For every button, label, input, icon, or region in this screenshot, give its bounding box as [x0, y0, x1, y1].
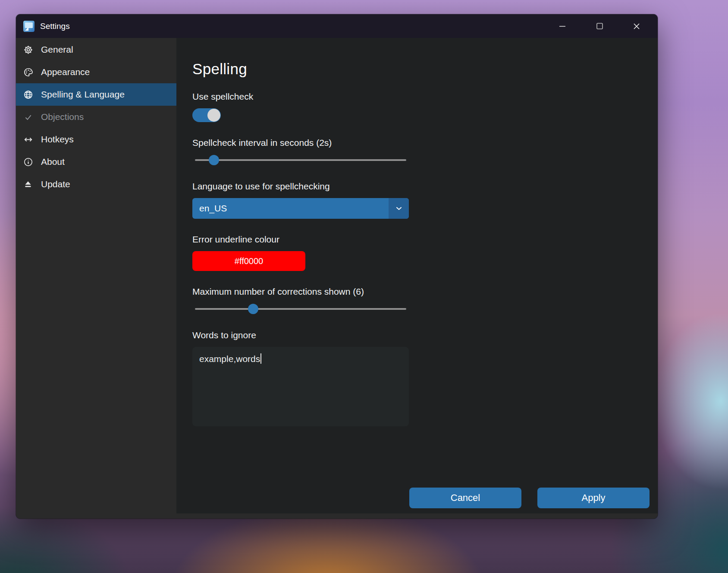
slider-thumb[interactable]: [248, 304, 258, 314]
words-to-ignore-label: Words to ignore: [192, 330, 658, 340]
cancel-button[interactable]: Cancel: [409, 488, 521, 508]
slider-track: [195, 308, 406, 310]
info-icon: [23, 157, 33, 167]
use-spellcheck-toggle[interactable]: [192, 108, 221, 122]
sidebar-item-label: Update: [41, 179, 70, 189]
sidebar-item-label: Appearance: [41, 67, 90, 77]
eject-icon: [23, 179, 33, 189]
sidebar: General Appearance: [16, 38, 176, 513]
slider-track: [195, 159, 406, 161]
sidebar-item-objections[interactable]: Objections: [16, 106, 176, 128]
max-corrections-label: Maximum number of corrections shown (6): [192, 286, 658, 297]
sidebar-item-label: About: [41, 157, 65, 167]
page-title: Spelling: [192, 60, 658, 78]
sidebar-item-label: Hotkeys: [41, 134, 74, 145]
error-underline-colour-button[interactable]: #ff0000: [192, 251, 305, 271]
spelling-settings-panel: Spelling Use spellcheck Spellcheck inter…: [176, 38, 658, 513]
sidebar-item-label: Spelling & Language: [41, 89, 125, 100]
window-controls: [552, 18, 658, 35]
gear-icon: [23, 44, 33, 55]
left-right-arrow-icon: [23, 134, 33, 145]
sidebar-item-hotkeys[interactable]: Hotkeys: [16, 128, 176, 151]
window-footer: [16, 513, 658, 519]
dialog-actions: Cancel Apply: [409, 488, 650, 508]
palette-icon: [23, 67, 33, 77]
language-label: Language to use for spellchecking: [192, 181, 658, 192]
language-select[interactable]: en_US: [192, 198, 409, 219]
words-to-ignore-value: example,words: [199, 354, 260, 364]
check-icon: [23, 112, 33, 122]
sidebar-item-label: General: [41, 44, 73, 55]
words-to-ignore-textarea[interactable]: example,words: [192, 347, 409, 426]
close-button[interactable]: [627, 18, 646, 35]
text-caret: [260, 353, 261, 364]
desktop-wallpaper: Settings: [0, 0, 728, 573]
globe-icon: [23, 89, 33, 100]
max-corrections-slider[interactable]: [192, 303, 409, 315]
maximize-button[interactable]: [590, 18, 609, 35]
slider-thumb[interactable]: [209, 155, 219, 165]
app-icon: [22, 20, 35, 33]
use-spellcheck-label: Use spellcheck: [192, 91, 658, 102]
spellcheck-interval-label: Spellcheck interval in seconds (2s): [192, 138, 658, 148]
error-underline-colour-label: Error underline colour: [192, 234, 658, 245]
settings-window: Settings: [16, 14, 658, 519]
spellcheck-interval-slider[interactable]: [192, 154, 409, 166]
toggle-knob: [207, 109, 220, 122]
titlebar: Settings: [16, 14, 658, 38]
sidebar-item-appearance[interactable]: Appearance: [16, 61, 176, 83]
sidebar-item-label: Objections: [41, 112, 84, 122]
language-selected-value: en_US: [199, 203, 227, 214]
sidebar-item-spelling-language[interactable]: Spelling & Language: [16, 83, 176, 106]
sidebar-item-about[interactable]: About: [16, 151, 176, 173]
apply-button[interactable]: Apply: [537, 488, 650, 508]
minimize-button[interactable]: [552, 18, 572, 35]
sidebar-item-update[interactable]: Update: [16, 173, 176, 195]
sidebar-item-general[interactable]: General: [16, 38, 176, 61]
window-title: Settings: [40, 22, 70, 31]
chevron-down-icon: [389, 198, 409, 219]
